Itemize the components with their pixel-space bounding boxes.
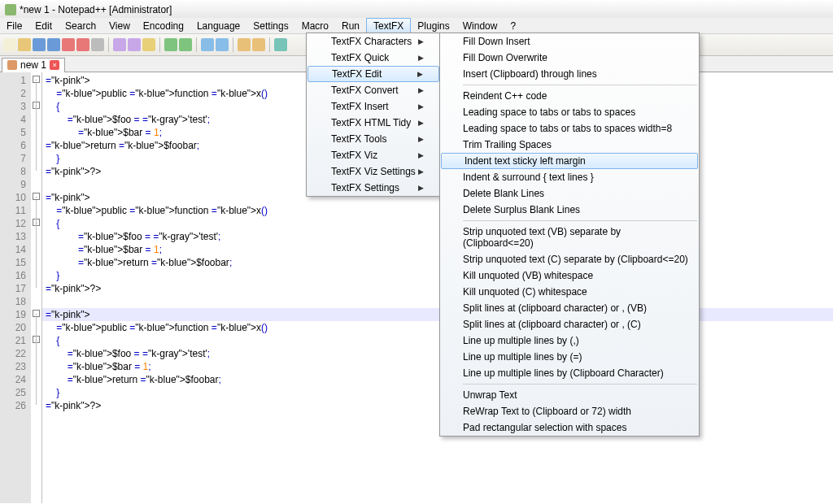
separator — [269, 37, 270, 52]
menu-item[interactable]: Kill unquoted (C) whitespace — [440, 284, 699, 300]
tab-new-1[interactable]: new 1 × — [2, 58, 65, 72]
menu-item[interactable]: Line up multiple lines by (,) — [440, 332, 699, 349]
menu-item[interactable]: Split lines at (clipboard character) or … — [440, 300, 699, 316]
menu-item[interactable]: Indent & surround { text lines } — [440, 169, 699, 185]
menu-language[interactable]: Language — [190, 18, 246, 33]
redo-icon[interactable] — [179, 38, 192, 51]
open-file-icon[interactable] — [18, 38, 31, 51]
menu-item[interactable]: Unwrap Text — [440, 387, 699, 403]
menu-plugins[interactable]: Plugins — [411, 18, 456, 33]
menu-item[interactable]: TextFX HTML Tidy▶ — [307, 115, 440, 131]
tab-label: new 1 — [20, 59, 46, 71]
save-icon[interactable] — [33, 38, 46, 51]
menu-item[interactable]: Line up multiple lines by (=) — [440, 349, 699, 365]
menu-item[interactable]: Fill Down Overwrite — [440, 50, 699, 66]
menu-edit[interactable]: Edit — [28, 18, 59, 33]
zoom-in-icon[interactable] — [238, 38, 251, 51]
menu-item[interactable]: TextFX Viz Settings▶ — [307, 163, 440, 180]
textfx-menu: TextFX Characters▶TextFX Quick▶TextFX Ed… — [306, 33, 441, 197]
print-icon[interactable] — [91, 38, 104, 51]
menu-item[interactable]: Line up multiple lines by (Clipboard Cha… — [440, 365, 699, 381]
zoom-out-icon[interactable] — [252, 38, 265, 51]
window-title: *new 1 - Notepad++ [Administrator] — [20, 4, 172, 15]
separator — [233, 37, 233, 52]
menu-item[interactable]: Fill Down Insert — [440, 33, 699, 50]
menu-search[interactable]: Search — [59, 18, 102, 33]
menu-item[interactable]: TextFX Settings▶ — [307, 180, 440, 196]
menu-item[interactable]: TextFX Edit▶ — [307, 66, 439, 82]
menu-run[interactable]: Run — [335, 18, 366, 33]
menu-item[interactable]: TextFX Characters▶ — [307, 33, 440, 50]
menu-encoding[interactable]: Encoding — [137, 18, 190, 33]
separator — [196, 37, 197, 52]
menu-item[interactable]: Insert (Clipboard) through lines — [440, 66, 699, 82]
new-file-icon[interactable] — [3, 38, 16, 51]
menu-item[interactable]: TextFX Tools▶ — [307, 131, 440, 147]
menu-item[interactable]: Strip unquoted text (VB) separate by (Cl… — [440, 224, 699, 251]
menu-item[interactable]: Delete Surplus Blank Lines — [440, 202, 699, 218]
close-icon[interactable] — [62, 38, 75, 51]
undo-icon[interactable] — [164, 38, 177, 51]
line-number-gutter: 1234567891011121314151617181920212223242… — [0, 72, 31, 503]
replace-icon[interactable] — [216, 38, 229, 51]
menu-item[interactable]: Trim Trailing Spaces — [440, 137, 699, 153]
app-icon — [5, 4, 16, 15]
menu-window[interactable]: Window — [456, 18, 504, 33]
menu-item[interactable]: TextFX Convert▶ — [307, 82, 440, 98]
find-icon[interactable] — [201, 38, 214, 51]
menu-item[interactable]: TextFX Viz▶ — [307, 147, 440, 163]
menu-item[interactable]: Indent text sticky left margin — [441, 153, 698, 169]
menu-item[interactable]: Reindent C++ code — [440, 88, 699, 104]
fold-margin: ------ — [31, 72, 42, 503]
menu-macro[interactable]: Macro — [295, 18, 335, 33]
textfx-edit-submenu: Fill Down InsertFill Down OverwriteInser… — [439, 33, 700, 437]
tab-close-icon[interactable]: × — [50, 60, 59, 70]
close-all-icon[interactable] — [76, 38, 89, 51]
menu-item[interactable]: Leading space to tabs or tabs to spaces … — [440, 120, 699, 137]
menu-item[interactable]: ReWrap Text to (Clipboard or 72) width — [440, 403, 699, 419]
paste-icon[interactable] — [142, 38, 155, 51]
save-all-icon[interactable] — [47, 38, 60, 51]
menu-item[interactable]: Strip unquoted text (C) separate by (Cli… — [440, 251, 699, 267]
menu-item[interactable]: Delete Blank Lines — [440, 185, 699, 202]
copy-icon[interactable] — [128, 38, 141, 51]
menu-file[interactable]: File — [0, 18, 28, 33]
cut-icon[interactable] — [113, 38, 126, 51]
menu-item[interactable]: Leading space to tabs or tabs to spaces — [440, 104, 699, 120]
menu-view[interactable]: View — [102, 18, 137, 33]
menu-bar: FileEditSearchViewEncodingLanguageSettin… — [0, 18, 833, 34]
menu-settings[interactable]: Settings — [246, 18, 294, 33]
sync-v-icon[interactable] — [274, 38, 287, 51]
menu-item[interactable]: Kill unquoted (VB) whitespace — [440, 267, 699, 284]
separator — [108, 37, 109, 52]
tab-modified-icon — [7, 60, 17, 70]
separator — [159, 37, 160, 52]
menu-?[interactable]: ? — [504, 18, 522, 33]
menu-item[interactable]: Split lines at (clipboard character) or … — [440, 316, 699, 332]
menu-item[interactable]: TextFX Insert▶ — [307, 98, 440, 115]
title-bar: *new 1 - Notepad++ [Administrator] — [0, 0, 833, 18]
menu-item[interactable]: Pad rectangular selection with spaces — [440, 419, 699, 436]
menu-textfx[interactable]: TextFX — [366, 18, 411, 33]
menu-item[interactable]: TextFX Quick▶ — [307, 50, 440, 66]
